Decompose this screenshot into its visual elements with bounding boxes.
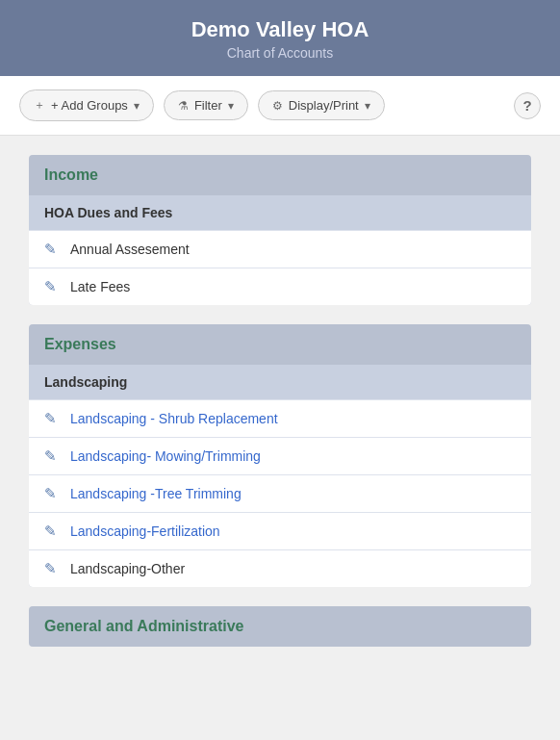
landscaping-group-header: Landscaping [29, 365, 531, 399]
display-print-button[interactable]: ⚙ Display/Print ▾ [258, 90, 385, 120]
expenses-section-title: Expenses [44, 336, 516, 353]
org-name: Demo Valley HOA [19, 17, 541, 42]
landscaping-group-title: Landscaping [44, 374, 516, 390]
income-section-title: Income [44, 166, 516, 184]
general-section-title: General and Administrative [44, 618, 516, 635]
main-content: Income HOA Dues and Fees ✎ Annual Assese… [0, 136, 560, 685]
edit-icon: ✎ [44, 485, 57, 502]
help-label: ? [522, 97, 531, 114]
list-item[interactable]: ✎ Late Fees [29, 268, 531, 305]
edit-icon: ✎ [44, 447, 57, 465]
chevron-down-icon-2: ▾ [228, 99, 234, 113]
item-label: Annual Assesement [70, 242, 190, 257]
hoa-dues-group-title: HOA Dues and Fees [44, 205, 516, 220]
general-section: General and Administrative [29, 606, 531, 647]
edit-icon: ✎ [44, 278, 57, 295]
hoa-dues-group-header: HOA Dues and Fees [29, 195, 531, 230]
general-section-header: General and Administrative [29, 606, 531, 647]
toolbar: ＋ + Add Groups ▾ ⚗ Filter ▾ ⚙ Display/Pr… [0, 76, 560, 136]
income-section: Income HOA Dues and Fees ✎ Annual Assese… [29, 155, 531, 305]
page-subtitle: Chart of Accounts [19, 45, 541, 61]
page-header: Demo Valley HOA Chart of Accounts [0, 0, 560, 76]
item-label: Landscaping - Shrub Replacement [70, 411, 278, 426]
chevron-down-icon: ▾ [134, 99, 140, 113]
display-print-label: Display/Print [289, 98, 359, 113]
add-groups-label: + Add Groups [51, 98, 128, 113]
list-item[interactable]: ✎ Landscaping-Other [29, 549, 531, 587]
list-item[interactable]: ✎ Annual Assesement [29, 230, 531, 268]
chevron-down-icon-3: ▾ [365, 99, 370, 113]
gear-icon: ⚙ [272, 99, 283, 113]
list-item[interactable]: ✎ Landscaping -Tree Trimming [29, 474, 531, 512]
item-label: Landscaping- Mowing/Trimming [70, 448, 261, 464]
list-item[interactable]: ✎ Landscaping- Mowing/Trimming [29, 437, 531, 474]
help-button[interactable]: ? [514, 92, 541, 119]
filter-label: Filter [194, 98, 222, 113]
edit-icon: ✎ [44, 410, 57, 427]
edit-icon: ✎ [44, 523, 57, 540]
income-section-header: Income [29, 155, 531, 195]
list-item[interactable]: ✎ Landscaping - Shrub Replacement [29, 399, 531, 437]
filter-icon: ⚗ [178, 99, 189, 113]
add-groups-button[interactable]: ＋ + Add Groups ▾ [19, 89, 154, 121]
expenses-section: Expenses Landscaping ✎ Landscaping - Shr… [29, 324, 531, 587]
filter-button[interactable]: ⚗ Filter ▾ [164, 90, 248, 120]
edit-icon: ✎ [44, 241, 57, 258]
list-item[interactable]: ✎ Landscaping-Fertilization [29, 512, 531, 549]
edit-icon: ✎ [44, 560, 57, 577]
item-label: Landscaping-Other [70, 561, 185, 576]
expenses-section-header: Expenses [29, 324, 531, 365]
item-label: Landscaping -Tree Trimming [70, 486, 242, 501]
plus-icon: ＋ [34, 97, 45, 114]
item-label: Late Fees [70, 279, 130, 294]
item-label: Landscaping-Fertilization [70, 523, 220, 539]
